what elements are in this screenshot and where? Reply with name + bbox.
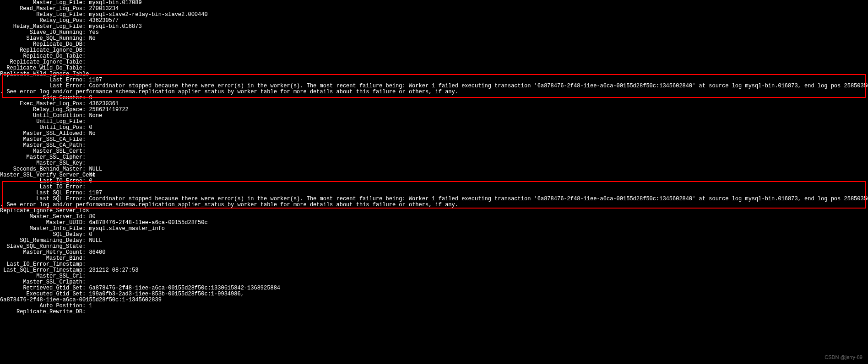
status-row: SQL_Delay: 0 (0, 232, 868, 238)
status-row: Master_Info_File: mysql.slave_master_inf… (0, 226, 868, 232)
status-label: Replicate_Rewrite_DB (0, 309, 82, 315)
status-row: Master_SSL_Crl: (0, 273, 868, 279)
status-row: Slave_SQL_Running: No (0, 36, 868, 42)
status-row: SQL_Remaining_Delay: NULL (0, 238, 868, 244)
status-value: NULL (89, 238, 102, 244)
status-row: Master_SSL_Cert: (0, 149, 868, 155)
status-row: Replicate_Do_DB: (0, 42, 868, 48)
status-row: Relay_Master_Log_File: mysql-bin.016873 (0, 24, 868, 30)
status-value: No (89, 131, 95, 137)
status-row: Last_SQL_Error_Timestamp: 231212 08:27:5… (0, 268, 868, 273)
status-value: 86400 (89, 250, 105, 256)
status-row: Slave_IO_Running: Yes (0, 30, 868, 36)
status-row: . See error log and/or performance_schem… (0, 89, 868, 95)
status-row: Master_SSL_Key: (0, 161, 868, 166)
status-row: Master_SSL_Cipher: (0, 155, 868, 161)
status-row: Master_SSL_Allowed: No (0, 131, 868, 137)
status-value: 1 (89, 303, 92, 309)
status-row: Relay_Log_Space: 258621419722 (0, 107, 868, 113)
status-row: 6a878476-2f48-11ee-a6ca-00155d28f50c:1-1… (0, 297, 868, 303)
status-row: Replicate_Ignore_DB: (0, 48, 868, 54)
status-row: Master_Bind: (0, 256, 868, 262)
status-row: Replicate_Rewrite_DB: (0, 309, 868, 315)
status-row: Until_Log_File: (0, 119, 868, 125)
status-row: Master_Retry_Count: 86400 (0, 250, 868, 256)
status-row: Last_IO_Error: (0, 184, 868, 190)
status-row: Until_Log_Pos: 0 (0, 125, 868, 131)
status-row: Last_IO_Errno: 0 (0, 178, 868, 184)
status-row: Replicate_Wild_Do_Table: (0, 65, 868, 71)
status-row: Replicate_Ignore_Server_Ids: (0, 208, 868, 214)
status-value: None (89, 113, 102, 119)
status-row: Auto_Position: 1 (0, 303, 868, 309)
terminal-output: Master_Log_File: mysql-bin.017089Read_Ma… (0, 0, 868, 315)
status-row: Master_SSL_CA_Path: (0, 143, 868, 149)
status-row: Master_Log_File: mysql-bin.017089 (0, 0, 868, 6)
status-row: Replicate_Do_Table: (0, 54, 868, 59)
status-value: No (89, 36, 95, 42)
status-value: 0 (89, 178, 92, 184)
status-row: Slave_SQL_Running_State: (0, 244, 868, 250)
status-value: 231212 08:27:53 (89, 268, 138, 273)
csdn-watermark: CSDN @jerry-89 (825, 354, 863, 360)
status-row: Replicate_Wild_Ignore_Table: (0, 71, 868, 77)
status-row: Skip_Counter: 0 (0, 95, 868, 101)
status-row: Replicate_Ignore_Table: (0, 59, 868, 65)
status-row: . See error log and/or performance_schem… (0, 202, 868, 208)
colon-separator: : (82, 309, 89, 315)
status-row: Master_SSL_CA_File: (0, 137, 868, 143)
status-row: Seconds_Behind_Master: NULL (0, 166, 868, 172)
status-row: Relay_Log_File: mysql-slave2-relay-bin-s… (0, 12, 868, 18)
status-row: Master_SSL_Verify_Server_Cert: No (0, 172, 868, 178)
status-row: Until_Condition: None (0, 113, 868, 119)
status-row: Exec_Master_Log_Pos: 436230361 (0, 101, 868, 107)
status-value: mysql.slave_master_info (89, 226, 165, 232)
